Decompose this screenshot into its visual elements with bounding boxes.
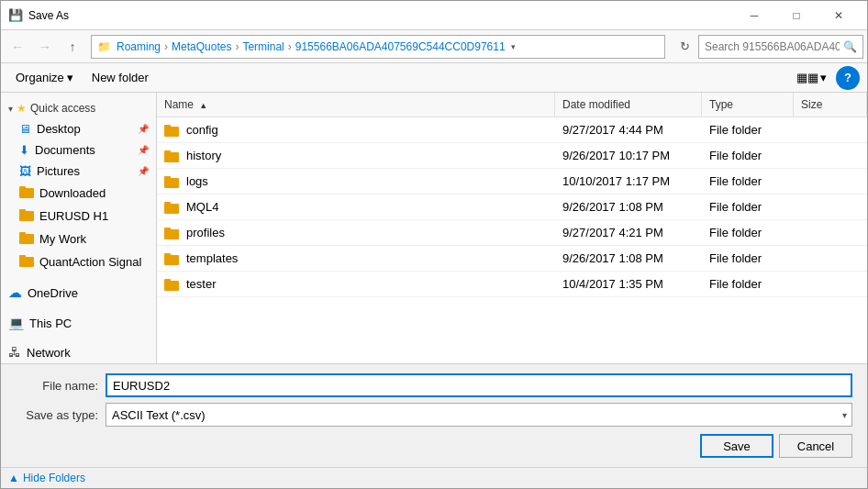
search-box[interactable]: 🔍: [698, 35, 863, 59]
organize-button[interactable]: Organize ▾: [8, 68, 81, 87]
filename-row: File name:: [16, 373, 852, 397]
folder-icon: [164, 124, 179, 137]
quick-access-chevron: ▾: [8, 104, 13, 114]
file-name: tester: [186, 277, 217, 291]
view-icon: ▦▦: [796, 71, 818, 84]
onedrive-icon: ☁: [8, 284, 22, 301]
table-row[interactable]: history 9/26/2017 10:17 PM File folder: [157, 143, 867, 169]
pin-icon-documents: 📌: [138, 145, 149, 155]
sidebar-item-downloaded[interactable]: Downloaded: [1, 182, 156, 205]
sidebar-item-thispc[interactable]: 💻 This PC: [1, 312, 156, 334]
table-row[interactable]: MQL4 9/26/2017 1:08 PM File folder: [157, 194, 867, 220]
save-button[interactable]: Save: [700, 434, 773, 458]
savetype-row: Save as type: ASCII Text (*.csv)CSV (*.c…: [16, 403, 852, 427]
help-button[interactable]: ?: [836, 66, 860, 90]
svg-rect-4: [19, 234, 34, 244]
file-name: MQL4: [186, 200, 218, 214]
folder-icon: [164, 252, 179, 265]
sidebar-item-desktop[interactable]: 🖥 Desktop 📌: [1, 118, 156, 139]
file-type: File folder: [702, 121, 794, 139]
breadcrumb: 📁 Roaming › MetaQuotes › Terminal › 9155…: [97, 40, 520, 53]
file-date: 10/10/2017 1:17 PM: [555, 172, 702, 190]
folder-icon: [164, 175, 179, 188]
file-type: File folder: [702, 172, 794, 190]
close-button[interactable]: ✕: [818, 1, 860, 30]
sidebar-label-downloaded: Downloaded: [39, 186, 106, 200]
breadcrumb-dropdown[interactable]: ▾: [507, 40, 520, 53]
minimize-button[interactable]: ─: [733, 1, 775, 30]
refresh-button[interactable]: ↻: [673, 35, 696, 59]
sort-arrow-name: ▲: [199, 101, 207, 110]
sidebar-label-my-work: My Work: [39, 232, 86, 246]
sidebar-label-eurusd: EURUSD H1: [39, 209, 108, 223]
title-bar: 💾 Save As ─ □ ✕: [1, 1, 867, 30]
back-button[interactable]: ←: [5, 34, 30, 60]
view-dropdown-icon: ▾: [820, 71, 827, 84]
sidebar-label-quantaction: QuantAction Signal: [39, 255, 141, 269]
file-type: File folder: [702, 275, 794, 293]
breadcrumb-id[interactable]: 915566BA06ADA407569C544CC0D97611: [295, 40, 506, 53]
svg-rect-15: [164, 202, 171, 205]
sidebar-label-desktop: Desktop: [37, 122, 81, 136]
svg-rect-11: [164, 150, 171, 153]
breadcrumb-roaming[interactable]: Roaming: [117, 40, 161, 53]
navigation-toolbar: ← → ↑ 📁 Roaming › MetaQuotes › Terminal …: [1, 30, 867, 63]
new-folder-button[interactable]: New folder: [84, 68, 156, 87]
folder-icon: [164, 227, 179, 239]
sidebar-item-quantaction[interactable]: QuantAction Signal: [1, 250, 156, 273]
pin-icon-desktop: 📌: [138, 124, 149, 134]
column-header-date[interactable]: Date modified: [555, 93, 702, 117]
hide-folders-label: Hide Folders: [23, 472, 85, 484]
quantaction-folder-icon: [19, 254, 34, 270]
file-name: profiles: [186, 226, 225, 239]
sidebar-item-my-work[interactable]: My Work: [1, 228, 156, 250]
sidebar-item-onedrive[interactable]: ☁ OneDrive: [1, 281, 156, 305]
svg-rect-14: [164, 204, 179, 214]
file-date: 9/27/2017 4:44 PM: [555, 121, 702, 139]
file-list: Name ▲ Date modified Type Size config: [157, 93, 867, 363]
sidebar-item-network[interactable]: 🖧 Network: [1, 341, 156, 363]
breadcrumb-metaquotes[interactable]: MetaQuotes: [172, 40, 231, 53]
table-row[interactable]: profiles 9/27/2017 4:21 PM File folder: [157, 220, 867, 246]
table-row[interactable]: tester 10/4/2017 1:35 PM File folder: [157, 272, 867, 297]
eurusd-folder-icon: [19, 208, 34, 224]
table-row[interactable]: config 9/27/2017 4:44 PM File folder: [157, 117, 867, 143]
window-title: Save As: [28, 9, 733, 22]
folder-icon: [164, 150, 179, 162]
quick-access-header[interactable]: ▾ ★ Quick access: [1, 96, 156, 118]
view-button[interactable]: ▦▦ ▾: [791, 68, 832, 87]
file-name: logs: [186, 174, 208, 188]
breadcrumb-terminal[interactable]: Terminal: [242, 40, 284, 53]
svg-rect-13: [164, 176, 171, 179]
forward-button[interactable]: →: [32, 34, 58, 60]
file-type: File folder: [702, 250, 794, 267]
savetype-select[interactable]: ASCII Text (*.csv)CSV (*.csv)Text (*.txt…: [106, 403, 852, 427]
breadcrumb-icon: 📁: [97, 40, 111, 53]
sidebar-label-onedrive: OneDrive: [28, 286, 78, 300]
search-input[interactable]: [705, 40, 840, 53]
column-header-size[interactable]: Size: [794, 93, 867, 117]
sidebar-item-documents[interactable]: ⬇ Documents 📌: [1, 139, 156, 161]
file-rows-container: config 9/27/2017 4:44 PM File folder his…: [157, 117, 867, 297]
hide-folders-bar[interactable]: ▲ Hide Folders: [1, 467, 867, 488]
file-date: 9/27/2017 4:21 PM: [555, 224, 702, 241]
file-date: 9/26/2017 1:08 PM: [555, 198, 702, 216]
file-date: 9/26/2017 10:17 PM: [555, 147, 702, 164]
maximize-button[interactable]: □: [775, 1, 818, 30]
file-name: config: [186, 123, 218, 137]
column-header-type[interactable]: Type: [702, 93, 794, 117]
sidebar-label-thispc: This PC: [29, 317, 72, 330]
sidebar-item-pictures[interactable]: 🖼 Pictures 📌: [1, 161, 156, 182]
file-type: File folder: [702, 224, 794, 241]
cancel-button[interactable]: Cancel: [779, 434, 852, 458]
file-size: [794, 128, 867, 132]
table-row[interactable]: logs 10/10/2017 1:17 PM File folder: [157, 169, 867, 194]
file-name: templates: [186, 251, 238, 265]
up-button[interactable]: ↑: [60, 34, 85, 60]
main-content: ▾ ★ Quick access 🖥 Desktop 📌 ⬇ Documents…: [1, 93, 867, 363]
action-toolbar: Organize ▾ New folder ▦▦ ▾ ?: [1, 63, 867, 93]
filename-input[interactable]: [106, 373, 852, 397]
sidebar-item-eurusd[interactable]: EURUSD H1: [1, 205, 156, 228]
table-row[interactable]: templates 9/26/2017 1:08 PM File folder: [157, 246, 867, 272]
column-header-name[interactable]: Name ▲: [157, 93, 555, 117]
